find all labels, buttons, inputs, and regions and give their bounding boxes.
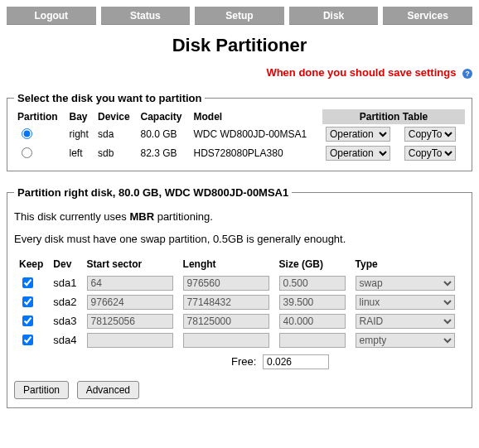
partition-table: Keep Dev Start sector Lenght Size (GB) T… — [14, 255, 460, 349]
cell-capacity: 80.0 GB — [138, 124, 191, 143]
cell-bay: left — [65, 143, 94, 162]
mbr-line-a: This disk currently uses — [14, 210, 129, 223]
type-select-4[interactable]: empty — [356, 333, 455, 348]
cell-device: sda — [94, 124, 137, 143]
dev-cell: sda4 — [48, 330, 81, 349]
pcol-type: Type — [351, 255, 460, 273]
copyto-select-sda[interactable]: CopyTo — [404, 127, 456, 142]
length-input-3[interactable] — [183, 314, 269, 329]
keep-checkbox-1[interactable] — [22, 277, 33, 288]
start-input-3[interactable] — [87, 314, 173, 329]
disk-radio-sda[interactable] — [22, 128, 32, 139]
operation-select-sdb[interactable]: Operation — [326, 146, 390, 161]
length-input-2[interactable] — [183, 295, 269, 310]
swap-hint: Every disk must have one swap partition,… — [14, 233, 465, 245]
cell-bay: right — [65, 124, 94, 143]
disk-radio-sdb[interactable] — [22, 147, 32, 158]
disk-row-sda: right sda 80.0 GB WDC WD800JD-00MSA1 Ope… — [14, 124, 465, 143]
dev-cell: sda3 — [48, 311, 81, 330]
pcol-length: Lenght — [178, 255, 274, 273]
nav-logout[interactable]: Logout — [7, 7, 96, 25]
partition-button[interactable]: Partition — [14, 381, 69, 399]
type-select-2[interactable]: linux — [356, 295, 455, 310]
size-input-4[interactable] — [279, 333, 346, 348]
top-nav: Logout Status Setup Disk Services — [7, 7, 472, 25]
mbr-line-c: partitioning. — [154, 210, 213, 223]
mbr-line-b: MBR — [129, 210, 154, 223]
col-partition-table: Partition Table — [322, 109, 465, 124]
dev-cell: sda2 — [48, 292, 81, 311]
start-input-2[interactable] — [87, 295, 173, 310]
disk-row-sdb: left sdb 82.3 GB HDS728080PLA380 Operati… — [14, 143, 465, 162]
save-warning-text: When done you should save settings — [266, 66, 456, 79]
start-input-1[interactable] — [87, 276, 173, 291]
copyto-select-sdb[interactable]: CopyTo — [404, 146, 456, 161]
pcol-dev: Dev — [48, 255, 81, 273]
mbr-line: This disk currently uses MBR partitionin… — [14, 210, 465, 223]
nav-disk[interactable]: Disk — [289, 7, 379, 25]
col-device: Device — [94, 109, 137, 124]
col-model: Model — [190, 109, 322, 124]
disk-select-legend: Select the disk you want to partition — [14, 92, 205, 104]
disk-select-table: Partition Bay Device Capacity Model Part… — [14, 109, 465, 162]
start-input-4[interactable] — [87, 333, 173, 348]
pcol-start: Start sector — [82, 255, 178, 273]
free-row: Free: — [14, 354, 329, 369]
button-row: Partition Advanced — [14, 381, 465, 399]
size-input-3[interactable] — [279, 314, 346, 329]
page-title: Disk Partitioner — [7, 35, 472, 56]
pcol-size: Size (GB) — [274, 255, 351, 273]
free-label: Free: — [231, 355, 256, 368]
part-row-2: sda2 linux — [14, 292, 460, 311]
pcol-keep: Keep — [14, 255, 48, 273]
cell-device: sdb — [94, 143, 137, 162]
partition-legend: Partition right disk, 80.0 GB, WDC WD800… — [14, 186, 292, 199]
dev-cell: sda1 — [48, 273, 81, 292]
cell-model: HDS728080PLA380 — [190, 143, 322, 162]
keep-checkbox-2[interactable] — [22, 296, 33, 307]
size-input-2[interactable] — [279, 295, 346, 310]
type-select-1[interactable]: swap — [356, 276, 455, 291]
type-select-3[interactable]: RAID — [356, 314, 455, 329]
length-input-4[interactable] — [183, 333, 269, 348]
part-row-4: sda4 empty — [14, 330, 460, 349]
col-partition: Partition — [14, 109, 65, 124]
help-icon[interactable]: ? — [462, 69, 472, 79]
part-row-3: sda3 RAID — [14, 311, 460, 330]
operation-select-sda[interactable]: Operation — [326, 127, 390, 142]
col-bay: Bay — [65, 109, 94, 124]
nav-setup[interactable]: Setup — [195, 7, 284, 25]
save-warning: When done you should save settings ? — [7, 66, 472, 79]
advanced-button[interactable]: Advanced — [77, 381, 139, 399]
keep-checkbox-3[interactable] — [22, 316, 33, 326]
size-input-1[interactable] — [279, 276, 346, 291]
length-input-1[interactable] — [183, 276, 269, 291]
disk-select-fieldset: Select the disk you want to partition Pa… — [7, 92, 472, 171]
partition-fieldset: Partition right disk, 80.0 GB, WDC WD800… — [7, 186, 472, 408]
keep-checkbox-4[interactable] — [22, 335, 33, 345]
cell-model: WDC WD800JD-00MSA1 — [190, 124, 322, 143]
free-input[interactable] — [263, 354, 329, 369]
part-row-1: sda1 swap — [14, 273, 460, 292]
nav-status[interactable]: Status — [101, 7, 191, 25]
col-capacity: Capacity — [138, 109, 191, 124]
cell-capacity: 82.3 GB — [138, 143, 191, 162]
nav-services[interactable]: Services — [383, 7, 472, 25]
